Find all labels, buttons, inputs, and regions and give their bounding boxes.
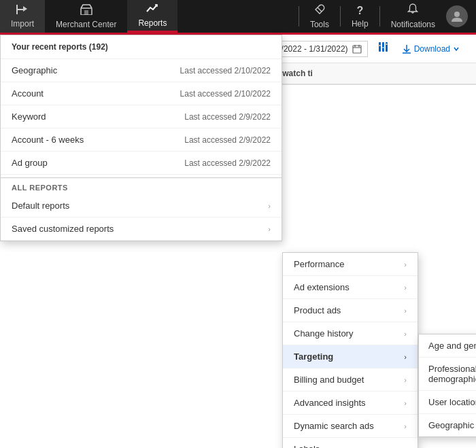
report-account6weeks-name: Account - 6 weeks [12,135,84,145]
nav-item-notifications[interactable]: Notifications [380,0,446,33]
nav-item-tools-label: Tools [310,20,329,29]
report-item-account-6weeks[interactable]: Account - 6 weeks Last accessed 2/9/2022 [1,128,282,152]
submenu-item-product-ads[interactable]: Product ads › [283,299,418,322]
download-button[interactable]: Download [396,41,465,56]
report-item-keyword[interactable]: Keyword Last accessed 2/9/2022 [1,105,282,128]
change-history-label: Change history [294,328,353,339]
chevron-right-labels: › [404,445,407,449]
labels-label: Labels [294,444,320,448]
nav-item-default-reports[interactable]: Default reports › [1,194,282,218]
svg-rect-2 [16,5,18,14]
nav-item-notifications-label: Notifications [391,20,435,29]
recent-reports-menu: Your recent reports (192) Geographic Las… [0,35,282,241]
svg-marker-1 [23,6,27,12]
submenu-item-advanced-insights[interactable]: Advanced insights › [283,392,418,415]
report-account6weeks-date: Last accessed 2/9/2022 [184,135,271,145]
report-geographic-date: Last accessed 2/10/2022 [180,66,271,75]
svg-rect-11 [379,42,381,52]
targeting-item-geographic[interactable]: Geographic [419,414,476,436]
chevron-right-icon-saved: › [268,225,271,233]
svg-line-5 [318,7,322,12]
recent-reports-header-label: Your recent reports (192) [12,42,108,52]
chevron-right-targeting: › [404,353,407,361]
chevron-right-performance: › [404,260,407,269]
professional-demo-label: Professional demographics [428,364,476,384]
submenu-item-targeting[interactable]: Targeting › [283,345,418,368]
report-adgroup-date: Last accessed 2/9/2022 [184,158,271,168]
default-reports-submenu: Performance › Ad extensions › Product ad… [282,252,418,448]
age-gender-label: Age and gender [428,341,476,351]
nav-item-reports-label: Reports [138,18,167,28]
report-item-account[interactable]: Account Last accessed 2/10/2022 [1,82,282,105]
dynamic-search-label: Dynamic search ads [294,421,374,431]
chevron-right-adext: › [404,283,407,292]
chevron-right-advanced: › [404,399,407,407]
merchant-center-icon [80,4,92,18]
svg-rect-4 [84,10,88,15]
user-location-label: User location [428,397,476,407]
targeting-item-user-location[interactable]: User location [419,391,476,414]
submenu-item-performance[interactable]: Performance › [283,253,418,276]
report-keyword-date: Last accessed 2/9/2022 [184,112,271,122]
svg-point-6 [454,12,460,17]
top-nav: Import Merchant Center Reports [0,0,476,35]
tools-icon [314,4,325,18]
report-geographic-name: Geographic [12,65,57,75]
import-icon [16,5,29,17]
ad-extensions-label: Ad extensions [294,282,350,292]
targeting-submenu: Age and gender Professional demographics… [418,334,476,437]
all-reports-section: All reports Default reports › Saved cust… [1,177,282,241]
all-reports-label: All reports [1,178,282,194]
report-item-adgroup[interactable]: Ad group Last accessed 2/9/2022 [1,152,282,175]
saved-customized-label: Saved customized reports [12,224,114,234]
advanced-insights-label: Advanced insights [294,398,366,408]
recent-reports-header: Your recent reports (192) [1,35,282,59]
nav-item-reports[interactable]: Reports [127,0,177,33]
submenu-item-change-history[interactable]: Change history › [283,322,418,345]
submenu-item-labels[interactable]: Labels › [283,438,418,448]
reports-icon [146,3,158,16]
help-icon: ? [356,5,363,17]
report-item-geographic[interactable]: Geographic Last accessed 2/10/2022 [1,59,282,82]
submenu-item-billing-budget[interactable]: Billing and budget › [283,368,418,392]
performance-label: Performance [294,259,344,269]
calendar-icon [352,44,362,54]
report-account-date: Last accessed 2/10/2022 [180,89,271,99]
nav-items-left: Import Merchant Center Reports [0,0,177,33]
download-label: Download [414,44,450,54]
report-keyword-name: Keyword [12,111,46,122]
chevron-right-billing: › [404,376,407,384]
nav-item-saved-customized[interactable]: Saved customized reports › [1,218,282,241]
nav-item-import-label: Import [11,19,34,29]
targeting-item-professional-demo[interactable]: Professional demographics [419,358,476,391]
chevron-right-productads: › [404,307,407,315]
chevron-right-changehist: › [404,330,407,338]
chevron-right-icon-default: › [268,202,271,210]
customize-columns-icon[interactable] [377,40,391,57]
nav-item-tools[interactable]: Tools [299,0,340,33]
billing-budget-label: Billing and budget [294,375,364,385]
nav-item-merchant-center[interactable]: Merchant Center [45,0,127,33]
targeting-label: Targeting [294,351,333,362]
chevron-down-icon [453,46,460,52]
nav-item-help-label: Help [352,19,369,29]
nav-item-import[interactable]: Import [0,0,45,33]
report-adgroup-name: Ad group [12,158,48,168]
default-reports-label: Default reports [12,201,69,211]
product-ads-label: Product ads [294,305,341,315]
submenu-item-ad-extensions[interactable]: Ad extensions › [283,276,418,299]
avatar[interactable] [446,5,468,27]
nav-item-merchant-label: Merchant Center [56,20,116,29]
chevron-right-dynamic: › [404,422,407,430]
bell-icon [407,3,418,18]
targeting-item-age-gender[interactable]: Age and gender [419,334,476,358]
geographic-label: Geographic [428,420,474,430]
svg-rect-7 [353,46,361,53]
report-account-name: Account [12,88,44,99]
download-icon [402,44,411,54]
main-area: Last month(1/1/2022 - 1/31/2022) [0,35,476,448]
submenu-item-dynamic-search[interactable]: Dynamic search ads › [283,415,418,438]
nav-item-help[interactable]: ? Help [341,0,379,33]
